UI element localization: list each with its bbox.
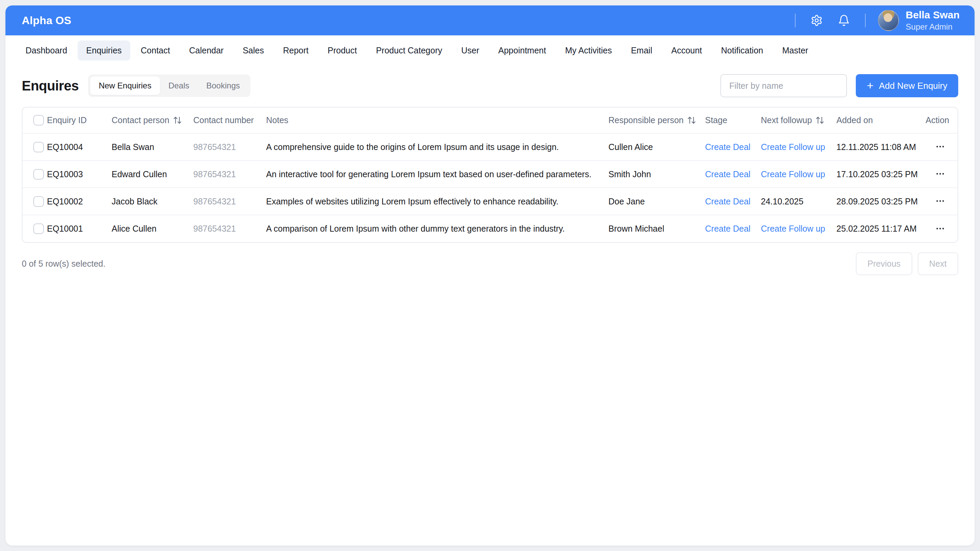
column-header-responsible-person[interactable]: Responsible person: [608, 108, 705, 133]
column-header-stage: Stage: [705, 108, 761, 133]
nav-item-calendar[interactable]: Calendar: [181, 40, 232, 60]
nav-item-dashboard[interactable]: Dashboard: [17, 40, 76, 60]
sort-icon: [815, 116, 824, 125]
cell-contact-number: 987654321: [193, 133, 266, 160]
next-followup-link[interactable]: Create Follow up: [761, 224, 825, 233]
page-title: Enquires: [22, 78, 79, 94]
app-logo: Alpha OS: [22, 14, 72, 27]
table-row: EQ10004 Bella Swan 987654321 A comprehen…: [22, 133, 958, 160]
column-header-next-followup[interactable]: Next followup: [761, 108, 837, 133]
nav-item-account[interactable]: Account: [663, 40, 711, 60]
cell-added-on: 12.11.2025 11:08 AM: [837, 133, 926, 160]
selection-status: 0 of 5 row(s) selected.: [22, 259, 105, 269]
tab-deals[interactable]: Deals: [160, 76, 198, 95]
add-new-enquiry-button[interactable]: + Add New Enquiry: [856, 74, 958, 97]
header-divider: [865, 14, 865, 27]
title-row: Enquires New Enquiries Deals Bookings + …: [22, 74, 958, 97]
ellipsis-icon: [935, 196, 945, 206]
cell-added-on: 17.10.2025 03:25 PM: [837, 160, 926, 188]
ellipsis-icon: [935, 169, 945, 179]
page-content: Enquires New Enquiries Deals Bookings + …: [5, 74, 975, 275]
user-avatar[interactable]: [878, 10, 899, 31]
table-header-row: Enquiry ID Contact person Contact number…: [22, 108, 958, 133]
nav-item-my-activities[interactable]: My Activities: [557, 40, 620, 60]
nav-item-product-category[interactable]: Product Category: [368, 40, 451, 60]
column-header-added-on: Added on: [837, 108, 926, 133]
select-all-checkbox[interactable]: [33, 115, 44, 125]
sort-icon: [687, 116, 696, 125]
cell-enquiry-id: EQ10001: [47, 215, 111, 242]
header-actions: Bella Swan Super Admin: [795, 9, 959, 32]
cell-enquiry-id: EQ10003: [47, 160, 111, 188]
tab-new-enquiries[interactable]: New Enquiries: [90, 76, 160, 95]
enquiry-tabs: New Enquiries Deals Bookings: [88, 75, 250, 97]
cell-responsible-person: Cullen Alice: [608, 133, 705, 160]
cell-contact-number: 987654321: [193, 160, 266, 188]
title-actions: + Add New Enquiry: [721, 74, 958, 97]
nav-item-master[interactable]: Master: [774, 40, 817, 60]
cell-contact-number: 987654321: [193, 215, 266, 242]
cell-responsible-person: Brown Michael: [608, 215, 705, 242]
next-followup-link[interactable]: Create Follow up: [761, 142, 825, 152]
table-row: EQ10001 Alice Cullen 987654321 A compari…: [22, 215, 958, 242]
nav-item-report[interactable]: Report: [275, 40, 317, 60]
column-header-contact-number: Contact number: [193, 108, 266, 133]
cell-contact-person: Edward Cullen: [111, 160, 193, 188]
main-nav: Dashboard Enquiries Contact Calendar Sal…: [5, 35, 975, 65]
tab-bookings[interactable]: Bookings: [198, 76, 248, 95]
next-page-button[interactable]: Next: [918, 252, 958, 275]
user-info[interactable]: Bella Swan Super Admin: [906, 9, 959, 32]
row-select-checkbox[interactable]: [33, 196, 44, 207]
nav-item-sales[interactable]: Sales: [234, 40, 272, 60]
cell-enquiry-id: EQ10002: [47, 188, 111, 215]
previous-page-button[interactable]: Previous: [856, 252, 912, 275]
header-divider: [795, 14, 795, 27]
row-select-checkbox[interactable]: [33, 224, 44, 234]
cell-notes: An interactive tool for generating Lorem…: [266, 160, 608, 188]
table-row: EQ10003 Edward Cullen 987654321 An inter…: [22, 160, 958, 188]
row-actions-button[interactable]: [935, 222, 945, 235]
ellipsis-icon: [935, 224, 945, 233]
cell-responsible-person: Smith John: [608, 160, 705, 188]
gear-icon: [811, 14, 823, 27]
sort-icon: [173, 116, 182, 125]
column-header-action: Action: [926, 108, 958, 133]
create-deal-link[interactable]: Create Deal: [705, 169, 750, 179]
cell-notes: A comparison of Lorem Ipsum with other d…: [266, 215, 608, 242]
cell-contact-number: 987654321: [193, 188, 266, 215]
row-select-checkbox[interactable]: [33, 169, 44, 179]
cell-added-on: 28.09.2025 03:25 PM: [837, 188, 926, 215]
app-window: Alpha OS: [5, 5, 975, 546]
nav-item-enquiries[interactable]: Enquiries: [78, 40, 130, 60]
filter-by-name-input[interactable]: [721, 74, 847, 97]
next-followup-link[interactable]: Create Follow up: [761, 169, 825, 179]
ellipsis-icon: [935, 141, 945, 152]
cell-contact-person: Bella Swan: [111, 133, 193, 160]
plus-icon: +: [867, 79, 873, 91]
nav-item-user[interactable]: User: [453, 40, 488, 60]
nav-item-product[interactable]: Product: [319, 40, 366, 60]
row-actions-button[interactable]: [935, 140, 945, 153]
enquiries-table: Enquiry ID Contact person Contact number…: [22, 107, 958, 243]
create-deal-link[interactable]: Create Deal: [705, 142, 750, 152]
create-deal-link[interactable]: Create Deal: [705, 224, 750, 233]
row-actions-button[interactable]: [935, 167, 945, 180]
user-name: Bella Swan: [906, 9, 959, 21]
nav-item-contact[interactable]: Contact: [132, 40, 179, 60]
column-header-contact-person[interactable]: Contact person: [111, 108, 193, 133]
create-deal-link[interactable]: Create Deal: [705, 197, 750, 206]
nav-item-appointment[interactable]: Appointment: [490, 40, 554, 60]
bell-icon: [838, 14, 850, 27]
next-followup-date[interactable]: 24.10.2025: [761, 197, 803, 206]
cell-responsible-person: Doe Jane: [608, 188, 705, 215]
top-header: Alpha OS: [5, 5, 975, 35]
notifications-button[interactable]: [838, 14, 850, 27]
row-select-checkbox[interactable]: [33, 142, 44, 152]
select-all-cell: [22, 108, 47, 133]
nav-item-email[interactable]: Email: [622, 40, 661, 60]
cell-notes: A comprehensive guide to the origins of …: [266, 133, 608, 160]
row-actions-button[interactable]: [935, 195, 945, 208]
user-role: Super Admin: [906, 22, 959, 32]
nav-item-notification[interactable]: Notification: [713, 40, 772, 60]
settings-button[interactable]: [811, 14, 823, 27]
